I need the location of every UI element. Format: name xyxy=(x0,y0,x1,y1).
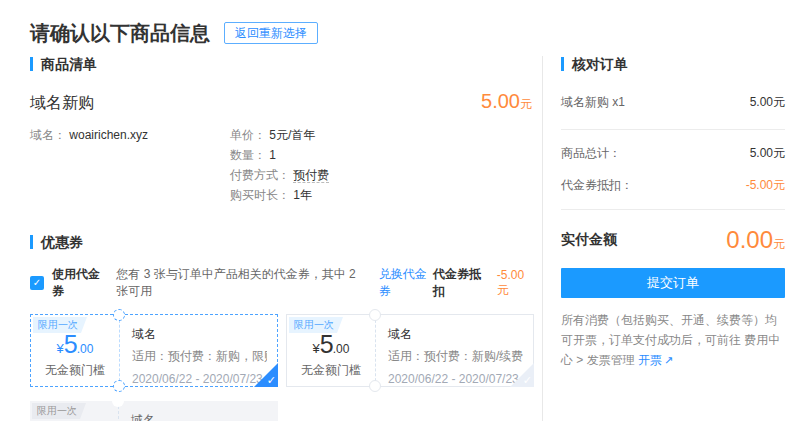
coupon-card-grid: 限用一次 ¥5.00 无金额门槛 域名 适用：预付费：新购，限购时长1-60..… xyxy=(30,314,532,421)
check-icon: ✓ xyxy=(33,277,41,288)
total-value: 0.00元 xyxy=(726,226,785,254)
subtotal-value: 5.00元 xyxy=(750,145,785,162)
coupon-section-header: 优惠券 xyxy=(30,234,532,250)
voucher-hint: 您有 3 张与订单中产品相关的代金券，其中 2 张可用 xyxy=(116,266,368,300)
exchange-voucher-link[interactable]: 兑换代金券 xyxy=(379,266,433,300)
deduction-label: 代金券抵扣： xyxy=(561,177,633,194)
quantity-row: 数量： 1 xyxy=(230,146,329,165)
summary-section-header: 核对订单 xyxy=(561,56,785,72)
back-reselect-button[interactable]: 返回重新选择 xyxy=(224,22,318,44)
section-accent-bar xyxy=(30,235,33,249)
currency-symbol: ¥ xyxy=(313,341,320,356)
order-summary-panel: 核对订单 域名新购 x1 5.00元 商品总计： 5.00元 代金券抵扣： -5… xyxy=(542,56,800,421)
summary-item-name: 域名新购 x1 xyxy=(561,94,625,111)
subtotal-label: 商品总计： xyxy=(561,145,621,162)
coupon-threshold: 无金额门槛 xyxy=(45,362,105,379)
coupon-badge: 限用一次 xyxy=(32,403,86,419)
product-panel: 商品清单 域名新购 5.00元 域名： woairichen.xyz 单价： 5… xyxy=(0,56,542,421)
page-header: 请确认以下商品信息 返回重新选择 xyxy=(0,0,800,46)
coupon-amount-int: 5 xyxy=(320,330,333,358)
summary-item-row: 域名新购 x1 5.00元 xyxy=(561,94,785,111)
voucher-deduction-label: 代金券抵扣 xyxy=(433,266,487,300)
coupon-card[interactable]: 限用一次 ¥5.00 无金额门槛 域名 适用：预付费：新购/续费/升级，限购..… xyxy=(286,314,534,387)
summary-divider xyxy=(561,129,785,130)
use-voucher-checkbox[interactable]: ✓ xyxy=(30,276,44,290)
deduction-value: -5.00元 xyxy=(746,177,785,194)
coupon-product: 域名 xyxy=(131,412,268,421)
coupon-amount-dec: .00 xyxy=(77,342,94,356)
coupon-product: 域名 xyxy=(132,326,267,343)
currency-symbol: ¥ xyxy=(57,341,64,356)
coupon-notch-top xyxy=(113,309,125,321)
subtotal-row: 商品总计： 5.00元 xyxy=(561,145,785,162)
unit-price-label: 单价： xyxy=(230,128,266,142)
invoice-note: 所有消费（包括购买、开通、续费等）均可开票，订单支付成功后，可前往 费用中心 >… xyxy=(561,310,785,370)
duration-label: 购买时长： xyxy=(230,188,290,202)
coupon-notch-bottom xyxy=(369,380,381,392)
coupon-section-title: 优惠券 xyxy=(41,234,83,250)
coupon-amount: ¥5.00 xyxy=(57,330,94,359)
product-price: 5.00元 xyxy=(481,90,532,113)
total-unit: 元 xyxy=(773,237,785,251)
quantity-label: 数量： xyxy=(230,148,266,162)
pay-mode-row: 付费方式： 预付费 xyxy=(230,166,329,185)
product-row: 域名新购 5.00元 xyxy=(30,90,532,114)
coupon-period: 2020/06/22 - 2020/07/23 xyxy=(132,372,267,386)
total-amount: 0.00 xyxy=(726,226,773,253)
voucher-deduction-value: -5.00元 xyxy=(497,268,532,299)
submit-order-button[interactable]: 提交订单 xyxy=(561,268,785,298)
product-list-section-title: 商品清单 xyxy=(41,56,97,72)
check-icon: ✓ xyxy=(523,373,532,387)
total-label: 实付金额 xyxy=(561,231,617,249)
product-price-value: 5.00 xyxy=(481,90,520,112)
check-icon: ✓ xyxy=(267,373,276,387)
coupon-amount: ¥5.00 xyxy=(313,330,350,359)
coupon-amount-int: 5 xyxy=(64,330,77,358)
voucher-deduction: 代金券抵扣 -5.00元 xyxy=(433,266,532,300)
use-voucher-label: 使用代金券 xyxy=(52,266,106,300)
coupon-badge: 限用一次 xyxy=(289,317,343,333)
coupon-notch-top xyxy=(112,395,124,407)
product-details: 域名： woairichen.xyz 单价： 5元/首年 数量： 1 付费方式： xyxy=(30,126,532,206)
deduction-row: 代金券抵扣： -5.00元 xyxy=(561,177,785,194)
coupon-badge: 限用一次 xyxy=(33,317,87,333)
voucher-toggle-row: ✓ 使用代金券 您有 3 张与订单中产品相关的代金券，其中 2 张可用 兑换代金… xyxy=(30,266,532,300)
pay-mode-label: 付费方式： xyxy=(230,168,290,182)
total-row: 实付金额 0.00元 xyxy=(561,226,785,254)
page-title: 请确认以下商品信息 xyxy=(30,20,210,47)
domain-label: 域名： xyxy=(30,128,66,142)
coupon-product: 域名 xyxy=(388,326,523,343)
summary-item-price: 5.00元 xyxy=(750,94,785,111)
pay-mode-value[interactable]: 预付费 xyxy=(293,168,329,183)
coupon-period: 2020/06/22 - 2020/07/23 xyxy=(388,372,523,386)
summary-section-title: 核对订单 xyxy=(572,56,628,72)
domain-value: woairichen.xyz xyxy=(69,128,148,142)
coupon-scope: 适用：预付费：新购/续费/升级，限购... xyxy=(388,348,523,365)
coupon-card-selected[interactable]: 限用一次 ¥5.00 无金额门槛 域名 适用：预付费：新购，限购时长1-60..… xyxy=(30,314,278,387)
section-accent-bar xyxy=(30,57,33,71)
coupon-card-disabled: 限用一次 ¥20.00 满60元可用 域名 适用：预付费：新购/续费/升级，限购… xyxy=(30,401,278,421)
coupon-amount-dec: .00 xyxy=(333,342,350,356)
product-name: 域名新购 xyxy=(30,93,94,114)
coupon-threshold: 无金额门槛 xyxy=(301,362,361,379)
duration-row: 购买时长： 1年 xyxy=(230,186,329,205)
attribute-detail-column: 单价： 5元/首年 数量： 1 付费方式： 预付费 购买时长： 1年 xyxy=(230,126,329,206)
order-confirm-page: 请确认以下商品信息 返回重新选择 商品清单 域名新购 5.00元 域名： woa… xyxy=(0,0,800,421)
domain-detail-column: 域名： woairichen.xyz xyxy=(30,126,230,206)
duration-value: 1年 xyxy=(293,188,312,202)
coupon-info-block: 域名 适用：预付费：新购/续费/升级，限购... 2020/06/22 - 20… xyxy=(119,401,278,421)
coupon-scope: 适用：预付费：新购，限购时长1-60... xyxy=(132,348,267,365)
product-list-section-header: 商品清单 xyxy=(30,56,532,72)
invoice-link[interactable]: 开票 xyxy=(638,353,662,367)
quantity-value: 1 xyxy=(269,148,276,162)
coupon-notch-top xyxy=(369,309,381,321)
summary-divider xyxy=(561,209,785,210)
domain-row: 域名： woairichen.xyz xyxy=(30,126,230,145)
coupon-notch-bottom xyxy=(113,380,125,392)
main-content: 商品清单 域名新购 5.00元 域名： woairichen.xyz 单价： 5… xyxy=(0,56,800,421)
unit-price-row: 单价： 5元/首年 xyxy=(230,126,329,145)
product-price-unit: 元 xyxy=(520,97,532,111)
external-link-icon: ↗ xyxy=(664,354,673,366)
unit-price-value: 5元/首年 xyxy=(269,128,315,142)
section-accent-bar xyxy=(561,57,564,71)
